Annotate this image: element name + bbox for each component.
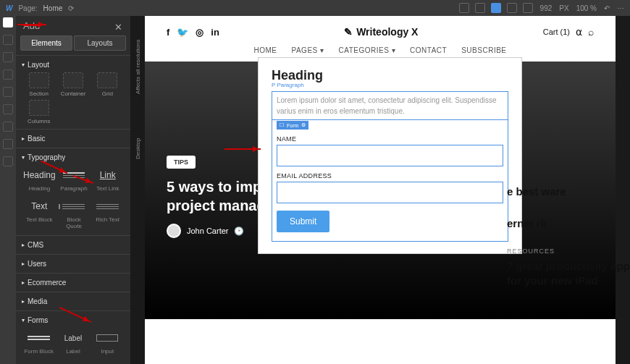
sidebar-cards: e best ware ernet rk RESOURCES 7 great p…	[507, 185, 630, 305]
form-element-tag[interactable]: ☐Form⚙	[277, 121, 308, 130]
nav-pages[interactable]: PAGES ▾	[292, 46, 324, 54]
section-media-header[interactable]: Media	[22, 295, 125, 308]
canvas-width[interactable]: 992	[540, 4, 553, 12]
element-richtext[interactable]: Rich Text	[91, 195, 125, 232]
author-name: John Carter	[187, 227, 228, 235]
left-toolbar	[0, 16, 16, 364]
nav-home[interactable]: HOME	[254, 46, 277, 54]
element-formblock[interactable]: Form Block	[22, 326, 56, 357]
zoom-level[interactable]: 100 %	[576, 4, 597, 12]
email-label: EMAIL ADDRESS	[277, 172, 503, 179]
ecommerce-icon[interactable]	[3, 104, 13, 114]
card-item[interactable]: e best ware	[507, 185, 630, 199]
section-forms-header[interactable]: Forms	[22, 314, 125, 326]
section-cms: CMS	[16, 235, 130, 254]
hero-section: TIPS 5 ways to improve your project mana…	[145, 62, 616, 319]
form-modal: Heading P Paragraph Lorem ipsum dolor si…	[259, 58, 521, 253]
twitter-icon[interactable]: 🐦	[177, 27, 188, 38]
nav-subscribe[interactable]: SUBSCRIBE	[461, 46, 506, 54]
users-icon[interactable]	[3, 122, 13, 132]
device-switcher	[459, 3, 533, 13]
device-mobile-landscape-icon[interactable]	[507, 3, 517, 13]
gear-icon: ⚙	[301, 122, 306, 128]
assets-icon[interactable]	[3, 139, 13, 149]
user-icon[interactable]: ⍺	[576, 26, 582, 38]
width-unit: PX	[559, 4, 568, 12]
email-input[interactable]	[277, 182, 503, 203]
device-mobile-icon[interactable]	[523, 3, 533, 13]
device-desktop-wide-icon[interactable]	[459, 3, 469, 13]
breakpoint-label: Desktop	[135, 138, 141, 159]
section-basic: Basic	[16, 129, 130, 148]
webflow-logo-icon[interactable]: W	[6, 4, 12, 12]
element-blockquote[interactable]: Block Quote	[57, 195, 91, 232]
nav-contact[interactable]: CONTACT	[410, 46, 447, 54]
submit-button[interactable]: Submit	[277, 211, 329, 232]
refresh-icon[interactable]: ⟳	[68, 4, 74, 12]
name-label: NAME	[277, 135, 503, 143]
section-layout-header[interactable]: Layout	[22, 59, 125, 71]
more-icon[interactable]: ⋯	[617, 4, 624, 12]
section-users-header[interactable]: Users	[22, 258, 125, 270]
device-desktop-icon[interactable]	[475, 3, 485, 13]
linkedin-icon[interactable]: in	[211, 27, 219, 38]
section-forms: Forms Form Block LabelLabel Input	[16, 310, 130, 360]
design-canvas: f 🐦 ◎ in ✎ Writeology X Cart (1) ⍺ ⌕ HOM…	[145, 16, 616, 364]
element-textblock[interactable]: TextText Block	[22, 195, 57, 232]
card-item[interactable]: ernet rk	[507, 216, 630, 231]
modal-paragraph[interactable]: Lorem ipsum dolor sit amet, consectetur …	[272, 91, 508, 120]
components-icon[interactable]	[3, 69, 13, 80]
section-ecommerce: Ecommerce	[16, 273, 130, 292]
card-tag: RESOURCES	[507, 247, 630, 255]
section-typography-header[interactable]: Typography	[22, 151, 125, 164]
social-icons: f 🐦 ◎ in	[167, 27, 219, 38]
page-label: Page:	[18, 4, 37, 12]
modal-heading[interactable]: Heading	[272, 68, 508, 83]
element-input[interactable]: Input	[91, 326, 125, 357]
page-name[interactable]: Home	[43, 4, 63, 12]
category-badge[interactable]: TIPS	[167, 156, 196, 169]
facebook-icon[interactable]: f	[167, 27, 169, 38]
search-icon[interactable]: ⌕	[588, 26, 594, 38]
element-heading[interactable]: HeadingHeading	[22, 164, 57, 195]
element-columns[interactable]: Columns	[22, 98, 56, 126]
tab-layouts[interactable]: Layouts	[74, 35, 126, 51]
card-item[interactable]: RESOURCES 7 great productivity apps for …	[507, 247, 630, 287]
close-icon[interactable]: ✕	[114, 22, 123, 30]
section-typography: Typography HeadingHeading Paragraph Link…	[16, 148, 130, 235]
author-avatar	[167, 224, 181, 238]
pen-icon: ✎	[344, 26, 353, 38]
navigator-icon[interactable]	[3, 52, 13, 62]
element-grid[interactable]: Grid	[91, 71, 125, 98]
pages-icon[interactable]	[3, 35, 13, 45]
element-paragraph[interactable]: Paragraph	[57, 164, 91, 195]
cart-link[interactable]: Cart (1)	[543, 27, 570, 36]
name-input[interactable]	[277, 145, 503, 166]
settings-icon[interactable]	[3, 156, 13, 166]
section-basic-header[interactable]: Basic	[22, 132, 125, 145]
section-layout: Layout Section Container Grid Columns	[16, 55, 130, 129]
section-ecommerce-header[interactable]: Ecommerce	[22, 276, 125, 289]
element-container[interactable]: Container	[56, 71, 90, 98]
site-logo[interactable]: ✎ Writeology X	[344, 26, 418, 38]
resolution-label: Affects all resolutions	[135, 40, 141, 94]
section-cms-header[interactable]: CMS	[22, 239, 125, 251]
top-bar: W Page: Home ⟳ 992 PX 100 % ↶ ⋯	[0, 0, 630, 16]
panel-title: Add	[23, 20, 40, 31]
tab-elements[interactable]: Elements	[20, 35, 72, 51]
elements-panel: Add ✕ Elements Layouts Layout Section Co…	[16, 16, 130, 364]
element-section[interactable]: Section	[22, 71, 56, 98]
cms-icon[interactable]	[3, 87, 13, 97]
element-label[interactable]: LabelLabel	[56, 326, 90, 357]
add-element-icon[interactable]	[3, 17, 13, 27]
element-textlink[interactable]: LinkText Link	[91, 164, 125, 195]
main-nav: HOME PAGES ▾ CATEGORIES ▾ CONTACT SUBSCR…	[167, 46, 594, 54]
device-tablet-icon[interactable]	[491, 3, 501, 13]
clock-icon: 🕑	[234, 227, 244, 236]
nav-categories[interactable]: CATEGORIES ▾	[339, 46, 396, 54]
instagram-icon[interactable]: ◎	[196, 27, 203, 38]
section-media: Media	[16, 292, 130, 310]
section-users: Users	[16, 254, 130, 273]
undo-icon[interactable]: ↶	[604, 4, 610, 12]
